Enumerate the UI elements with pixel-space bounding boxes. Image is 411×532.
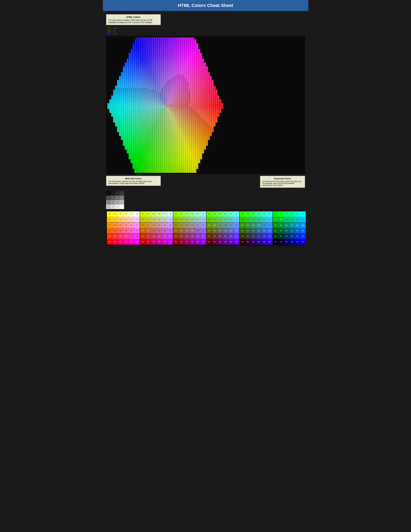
color-swatch: 93C <box>195 234 201 239</box>
color-swatch: C0C <box>162 239 168 245</box>
color-swatch: 3FC <box>262 211 267 217</box>
color-swatch: 6CF <box>234 217 239 222</box>
color-swatch: 9C3 <box>179 217 184 222</box>
color-swatch: 3F9 <box>256 211 262 217</box>
color-swatch: 63C <box>228 234 234 239</box>
greyscale-chart: 00112233445566778899AABBCCDDEEFF <box>106 191 305 209</box>
color-swatch: 6F9 <box>223 211 228 217</box>
color-swatch: F06 <box>118 239 123 245</box>
color-swatch: 099 <box>289 222 295 228</box>
color-swatch: F60 <box>107 228 112 233</box>
color-swatch: 63F <box>234 234 239 239</box>
color-swatch: 939 <box>190 234 195 239</box>
color-swatch: 339 <box>256 234 262 239</box>
color-swatch: 393 <box>245 222 251 228</box>
color-swatch: 660 <box>206 228 212 233</box>
color-swatch: 6F6 <box>217 211 223 217</box>
color-swatch: 396 <box>251 222 256 228</box>
color-swatch: 90F <box>201 239 206 245</box>
color-swatch: 669 <box>223 228 228 233</box>
color-swatch: F69 <box>123 228 129 233</box>
color-swatch: 93F <box>201 234 206 239</box>
color-swatch: 696 <box>217 222 223 228</box>
color-swatch: 9CF <box>201 217 206 222</box>
color-swatch: 9CC <box>195 217 201 222</box>
color-swatch: 0CF <box>300 217 306 222</box>
html-colors-heading: HTML Colors <box>108 16 159 18</box>
color-swatch: CFC <box>162 211 168 217</box>
color-swatch: 03F <box>300 234 306 239</box>
color-swatch: F0F <box>134 239 140 245</box>
color-swatch: C36 <box>151 234 157 239</box>
color-swatch: C60 <box>140 228 146 233</box>
websafe-desc: The chart below contains all of the 216 … <box>108 180 159 184</box>
color-swatch: 60F <box>234 239 239 245</box>
html-colors-info: HTML Colors The chart below contains 105… <box>106 14 161 25</box>
color-swatch: 39C <box>262 222 267 228</box>
color-swatch: 9F3 <box>179 211 184 217</box>
color-swatch: 33C <box>262 234 267 239</box>
color-swatch: 09C <box>295 222 300 228</box>
color-swatch: 30C <box>262 239 267 245</box>
color-swatch: 960 <box>173 228 179 233</box>
page-title: HTML Colors Cheat Sheet <box>103 0 308 11</box>
color-swatch: F63 <box>112 228 118 233</box>
color-swatch: 60C <box>228 239 234 245</box>
legend-gg-line: ---- <box>113 29 116 32</box>
color-swatch: 0FC <box>295 211 300 217</box>
color-swatch: 366 <box>251 228 256 233</box>
color-swatch: 06F <box>300 228 306 233</box>
color-swatch: 363 <box>245 228 251 233</box>
color-swatch: F99 <box>123 222 129 228</box>
color-swatch: F0C <box>129 239 134 245</box>
color-swatch: 069 <box>289 228 295 233</box>
color-swatch: 090 <box>273 222 278 228</box>
color-swatch: 99C <box>195 222 201 228</box>
color-swatch: 0F6 <box>284 211 289 217</box>
color-swatch: 96C <box>195 228 201 233</box>
color-swatch: 609 <box>223 239 228 245</box>
color-swatch: 96F <box>201 228 206 233</box>
color-swatch: F66 <box>118 228 123 233</box>
color-swatch: 9FC <box>195 211 201 217</box>
color-swatch: 663 <box>212 228 217 233</box>
color-swatch: 369 <box>256 228 262 233</box>
color-swatch: 936 <box>184 234 190 239</box>
color-swatch: 66F <box>234 228 239 233</box>
color-swatch: F9C <box>129 222 134 228</box>
color-swatch: C30 <box>140 234 146 239</box>
color-swatch: C0F <box>168 239 173 245</box>
color-swatch: 933 <box>179 234 184 239</box>
color-swatch: 00C <box>295 239 300 245</box>
color-swatch: 390 <box>240 222 245 228</box>
color-swatch: 399 <box>256 222 262 228</box>
color-swatch: 0C3 <box>278 217 284 222</box>
color-swatch: CF9 <box>157 211 162 217</box>
color-swatch: 3C6 <box>251 217 256 222</box>
color-swatch: FCC <box>129 217 134 222</box>
color-swatch: C6F <box>168 228 173 233</box>
color-swatch: 9FF <box>201 211 206 217</box>
color-swatch: 0C9 <box>289 217 295 222</box>
main-hex-chart: 0C00120018001E0024002B003200390040004700… <box>106 36 305 174</box>
color-swatch: 3FF <box>267 211 272 217</box>
greyscale-desc: The chart on the left contains black and… <box>262 180 303 186</box>
color-swatch: 03C <box>295 234 300 239</box>
color-swatch: 6F0 <box>206 211 212 217</box>
legend-bb-label: BB <box>108 32 111 35</box>
color-swatch: FFC <box>129 211 134 217</box>
color-swatch: 060 <box>273 228 278 233</box>
color-swatch: 063 <box>278 228 284 233</box>
color-swatch: FF0 <box>107 211 112 217</box>
color-swatch: 3F3 <box>245 211 251 217</box>
color-swatch: F09 <box>123 239 129 245</box>
color-swatch: 0FF <box>300 211 306 217</box>
color-swatch: 309 <box>256 239 262 245</box>
color-swatch: FC6 <box>118 217 123 222</box>
color-swatch: 633 <box>212 234 217 239</box>
color-swatch: 096 <box>284 222 289 228</box>
color-swatch: 00F <box>300 239 306 245</box>
color-swatch: C9F <box>168 222 173 228</box>
color-swatch: 90C <box>195 239 201 245</box>
color-swatch: 3C0 <box>240 217 245 222</box>
